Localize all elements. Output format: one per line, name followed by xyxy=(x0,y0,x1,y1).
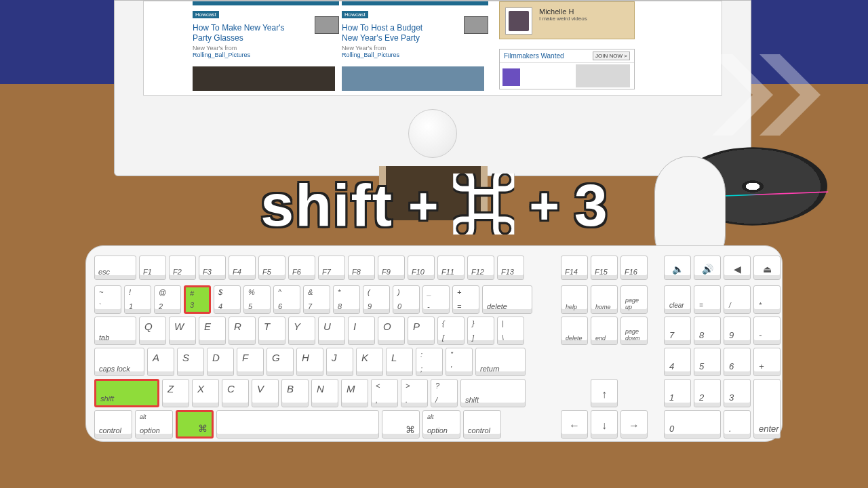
key-media-3[interactable]: ⏏ xyxy=(753,256,781,280)
key-f[interactable]: F xyxy=(237,348,264,376)
key-capslock[interactable]: caps lock xyxy=(94,348,144,376)
key-w[interactable]: W xyxy=(169,317,196,345)
video-title-1[interactable]: How To Make New Year's Party Glasses xyxy=(193,23,288,43)
key-k[interactable]: K xyxy=(356,348,383,376)
key-f10[interactable]: F10 xyxy=(408,256,435,280)
video-thumb-2[interactable] xyxy=(464,16,488,34)
key-4[interactable]: $4 xyxy=(214,285,241,314)
key-np-4[interactable]: 4 xyxy=(664,348,691,376)
key-f16[interactable]: F16 xyxy=(620,256,648,280)
key-bracket[interactable]: {[ xyxy=(437,317,465,345)
key-x[interactable]: X xyxy=(192,379,219,407)
key-command-left[interactable]: ⌘ xyxy=(176,410,214,439)
key-np-6[interactable]: 6 xyxy=(724,348,751,376)
key-5[interactable]: %5 xyxy=(243,285,271,314)
key-q[interactable]: Q xyxy=(139,317,166,345)
key-f1[interactable]: F1 xyxy=(139,256,166,280)
author-link-2[interactable]: Rolling_Ball_Pictures xyxy=(342,52,399,58)
key-punct2[interactable]: <, xyxy=(371,379,398,407)
key-esc[interactable]: esc xyxy=(94,256,136,280)
key-control-right[interactable]: control xyxy=(463,410,501,439)
key-shift-right[interactable]: shift xyxy=(460,379,526,407)
key-spacebar[interactable] xyxy=(216,410,379,439)
key-media-1[interactable]: 🔊 xyxy=(694,256,721,280)
key-shift-left[interactable]: shift xyxy=(94,379,159,407)
key-return[interactable]: return xyxy=(475,348,526,376)
key-f3[interactable]: F3 xyxy=(199,256,226,280)
key-j[interactable]: J xyxy=(326,348,353,376)
key-6[interactable]: ^6 xyxy=(273,285,300,314)
key-z[interactable]: Z xyxy=(162,379,189,407)
key-m[interactable]: M xyxy=(341,379,368,407)
promo-button[interactable]: JOIN NOW > xyxy=(593,52,630,60)
key-punct[interactable]: :; xyxy=(416,348,443,376)
key-arrow-down[interactable]: ↓ xyxy=(591,410,618,439)
key-bracket[interactable]: |\ xyxy=(497,317,524,345)
key-numpad-0[interactable]: 0 xyxy=(664,410,721,439)
key-8[interactable]: *8 xyxy=(333,285,360,314)
user-card[interactable]: Michelle H I make weird videos xyxy=(499,1,635,39)
author-link-1[interactable]: Rolling_Ball_Pictures xyxy=(193,52,250,58)
key-n[interactable]: N xyxy=(311,379,338,407)
key-0[interactable]: )0 xyxy=(393,285,420,314)
key-d[interactable]: D xyxy=(207,348,234,376)
key-r[interactable]: R xyxy=(229,317,256,345)
key-f15[interactable]: F15 xyxy=(591,256,618,280)
key-7[interactable]: &7 xyxy=(303,285,330,314)
key-p[interactable]: P xyxy=(408,317,435,345)
extra-thumb-1[interactable] xyxy=(193,66,335,91)
key-f12[interactable]: F12 xyxy=(467,256,494,280)
key-np-*[interactable]: * xyxy=(753,285,781,314)
key-f7[interactable]: F7 xyxy=(318,256,345,280)
key-f13[interactable]: F13 xyxy=(497,256,524,280)
key-l[interactable]: L xyxy=(386,348,413,376)
key-np-1[interactable]: 1 xyxy=(664,379,691,407)
key-`[interactable]: ~` xyxy=(94,285,121,314)
key-a[interactable]: A xyxy=(147,348,174,376)
key-s[interactable]: S xyxy=(177,348,204,376)
key-f4[interactable]: F4 xyxy=(229,256,256,280)
key-bracket[interactable]: }] xyxy=(467,317,494,345)
key-arrow-right[interactable]: → xyxy=(620,410,648,439)
key-f2[interactable]: F2 xyxy=(169,256,196,280)
key-end[interactable]: end xyxy=(591,317,618,345)
key-np-/[interactable]: / xyxy=(724,285,751,314)
key-o[interactable]: O xyxy=(378,317,405,345)
key-control-left[interactable]: control xyxy=(94,410,132,439)
key-c[interactable]: C xyxy=(222,379,249,407)
key-f14[interactable]: F14 xyxy=(561,256,588,280)
key-punct2[interactable]: ?/ xyxy=(431,379,458,407)
key-np-3[interactable]: 3 xyxy=(724,379,751,407)
key-9[interactable]: (9 xyxy=(363,285,390,314)
key-arrow-left[interactable]: ← xyxy=(561,410,588,439)
key-option-left[interactable]: altoption xyxy=(135,410,173,439)
video-thumb-1[interactable] xyxy=(315,16,339,34)
key-np-5[interactable]: 5 xyxy=(694,348,721,376)
key-np-8[interactable]: 8 xyxy=(694,317,721,345)
key-v[interactable]: V xyxy=(252,379,279,407)
key-numpad-dot[interactable]: . xyxy=(724,410,751,439)
key-1[interactable]: !1 xyxy=(124,285,151,314)
key-help[interactable]: help xyxy=(561,285,588,314)
key-i[interactable]: I xyxy=(348,317,375,345)
key-np-2[interactable]: 2 xyxy=(694,379,721,407)
key-np-=[interactable]: = xyxy=(694,285,721,314)
key-f8[interactable]: F8 xyxy=(348,256,375,280)
key-page-down[interactable]: page down xyxy=(620,317,648,345)
key-numpad-enter[interactable]: enter xyxy=(753,379,781,439)
key-3[interactable]: #3 xyxy=(184,285,211,314)
key-b[interactable]: B xyxy=(281,379,309,407)
key-tab[interactable]: tab xyxy=(94,317,136,345)
key-media-2[interactable]: ◀ xyxy=(724,256,751,280)
key-e[interactable]: E xyxy=(199,317,226,345)
key-np--[interactable]: - xyxy=(753,317,781,345)
key-home[interactable]: home xyxy=(591,285,618,314)
key-f5[interactable]: F5 xyxy=(258,256,285,280)
key-media-0[interactable]: 🔈 xyxy=(664,256,691,280)
extra-thumb-2[interactable] xyxy=(342,66,484,91)
video-title-2[interactable]: How To Host a Budget New Year's Eve Part… xyxy=(342,23,437,43)
key-option-right[interactable]: altoption xyxy=(422,410,460,439)
key-h[interactable]: H xyxy=(296,348,323,376)
key-page-up[interactable]: page up xyxy=(620,285,648,314)
key-f9[interactable]: F9 xyxy=(378,256,405,280)
